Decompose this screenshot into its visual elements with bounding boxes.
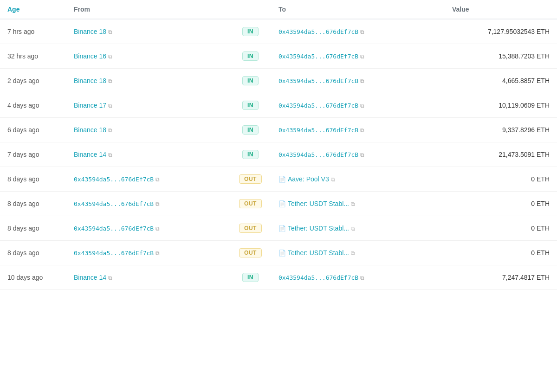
copy-from-icon[interactable]: ⧉ [108,29,112,35]
copy-from-icon[interactable]: ⧉ [108,78,112,84]
value-cell: 10,119.0609 ETH [445,93,557,118]
copy-to-icon[interactable]: ⧉ [360,103,364,109]
table-body: 7 hrs agoBinance 18⧉IN0x43594da5...676dE… [0,19,557,290]
direction-badge: IN [242,27,259,36]
from-link[interactable]: Binance 17 [74,102,106,109]
copy-to-icon[interactable]: ⧉ [351,201,355,207]
value-cell: 21,473.5091 ETH [445,142,557,167]
direction-cell: IN [230,19,271,44]
age-cell: 32 hrs ago [0,44,66,69]
direction-cell: IN [230,44,271,69]
direction-badge: IN [242,150,259,159]
copy-to-icon[interactable]: ⧉ [360,127,364,134]
copy-from-icon[interactable]: ⧉ [108,53,112,60]
from-link[interactable]: Binance 14 [74,274,106,281]
value-cell: 7,127.95032543 ETH [445,19,557,44]
to-cell: 0x43594da5...676dEf7cB⧉ [271,118,445,142]
age-cell: 8 days ago [0,241,66,265]
table-header: Age From To Value [0,0,557,19]
copy-to-icon[interactable]: ⧉ [360,78,364,84]
from-address[interactable]: 0x43594da5...676dEf7cB [74,200,154,207]
from-cell: Binance 14⧉ [66,265,230,290]
copy-from-icon[interactable]: ⧉ [155,201,160,207]
table-row: 8 days ago0x43594da5...676dEf7cB⧉OUT📄Aav… [0,167,557,192]
age-cell: 2 days ago [0,69,66,93]
direction-badge: IN [242,76,259,85]
direction-badge: IN [242,51,259,61]
col-header-dir [230,0,271,19]
copy-to-icon[interactable]: ⧉ [351,250,355,257]
from-cell: 0x43594da5...676dEf7cB⧉ [66,241,230,265]
direction-cell: IN [230,118,271,142]
from-address[interactable]: 0x43594da5...676dEf7cB [74,176,154,183]
copy-from-icon[interactable]: ⧉ [155,176,160,183]
table-row: 10 days agoBinance 14⧉IN0x43594da5...676… [0,265,557,290]
to-link[interactable]: Tether: USDT Stabl... [288,249,349,257]
value-cell: 7,247.4817 ETH [445,265,557,290]
to-link[interactable]: 0x43594da5...676dEf7cB [278,102,358,109]
to-link[interactable]: 0x43594da5...676dEf7cB [278,274,358,281]
to-cell: 📄Aave: Pool V3⧉ [271,167,445,192]
to-cell: 📄Tether: USDT Stabl...⧉ [271,241,445,265]
table-row: 7 days agoBinance 14⧉IN0x43594da5...676d… [0,142,557,167]
age-cell: 7 hrs ago [0,19,66,44]
to-cell: 0x43594da5...676dEf7cB⧉ [271,44,445,69]
age-cell: 8 days ago [0,216,66,241]
from-link[interactable]: Binance 18 [74,28,106,35]
to-link[interactable]: 0x43594da5...676dEf7cB [278,151,358,158]
value-cell: 9,337.8296 ETH [445,118,557,142]
to-link[interactable]: Aave: Pool V3 [288,175,329,183]
direction-badge: OUT [239,174,262,184]
table-row: 8 days ago0x43594da5...676dEf7cB⧉OUT📄Tet… [0,241,557,265]
col-header-age: Age [0,0,66,19]
table-row: 32 hrs agoBinance 16⧉IN0x43594da5...676d… [0,44,557,69]
copy-to-icon[interactable]: ⧉ [360,275,364,281]
direction-badge: IN [242,101,259,110]
from-link[interactable]: Binance 16 [74,52,106,60]
from-cell: Binance 18⧉ [66,69,230,93]
copy-from-icon[interactable]: ⧉ [108,127,112,134]
age-cell: 8 days ago [0,167,66,192]
direction-badge: IN [242,125,259,135]
value-cell: 0 ETH [445,167,557,192]
to-cell: 0x43594da5...676dEf7cB⧉ [271,93,445,118]
copy-to-icon[interactable]: ⧉ [351,225,355,232]
from-link[interactable]: Binance 18 [74,77,106,84]
transactions-table: Age From To Value 7 hrs agoBinance 18⧉IN… [0,0,557,290]
direction-badge: OUT [239,248,262,257]
to-link[interactable]: 0x43594da5...676dEf7cB [278,127,358,134]
copy-from-icon[interactable]: ⧉ [108,152,112,158]
to-cell: 0x43594da5...676dEf7cB⧉ [271,69,445,93]
from-address[interactable]: 0x43594da5...676dEf7cB [74,250,154,257]
from-link[interactable]: Binance 18 [74,126,106,134]
from-cell: 0x43594da5...676dEf7cB⧉ [66,192,230,216]
transactions-table-container: Age From To Value 7 hrs agoBinance 18⧉IN… [0,0,557,290]
from-address[interactable]: 0x43594da5...676dEf7cB [74,225,154,232]
direction-cell: OUT [230,192,271,216]
copy-to-icon[interactable]: ⧉ [360,152,364,158]
copy-from-icon[interactable]: ⧉ [155,250,160,257]
table-row: 2 days agoBinance 18⧉IN0x43594da5...676d… [0,69,557,93]
to-cell: 0x43594da5...676dEf7cB⧉ [271,19,445,44]
table-row: 4 days agoBinance 17⧉IN0x43594da5...676d… [0,93,557,118]
copy-from-icon[interactable]: ⧉ [155,225,160,232]
col-header-to: To [271,0,445,19]
to-link[interactable]: Tether: USDT Stabl... [288,200,349,207]
copy-from-icon[interactable]: ⧉ [108,275,112,281]
from-link[interactable]: Binance 14 [74,151,106,158]
age-cell: 7 days ago [0,142,66,167]
to-link[interactable]: 0x43594da5...676dEf7cB [278,53,358,60]
col-header-from: From [66,0,230,19]
contract-icon: 📄 [278,225,286,232]
to-link[interactable]: 0x43594da5...676dEf7cB [278,77,358,84]
copy-to-icon[interactable]: ⧉ [360,53,364,60]
copy-to-icon[interactable]: ⧉ [360,29,364,35]
direction-badge: OUT [239,199,262,208]
age-cell: 6 days ago [0,118,66,142]
copy-from-icon[interactable]: ⧉ [108,103,112,109]
to-link[interactable]: Tether: USDT Stabl... [288,225,349,232]
copy-to-icon[interactable]: ⧉ [331,176,335,183]
age-cell: 8 days ago [0,192,66,216]
to-link[interactable]: 0x43594da5...676dEf7cB [278,28,358,35]
table-row: 8 days ago0x43594da5...676dEf7cB⧉OUT📄Tet… [0,192,557,216]
